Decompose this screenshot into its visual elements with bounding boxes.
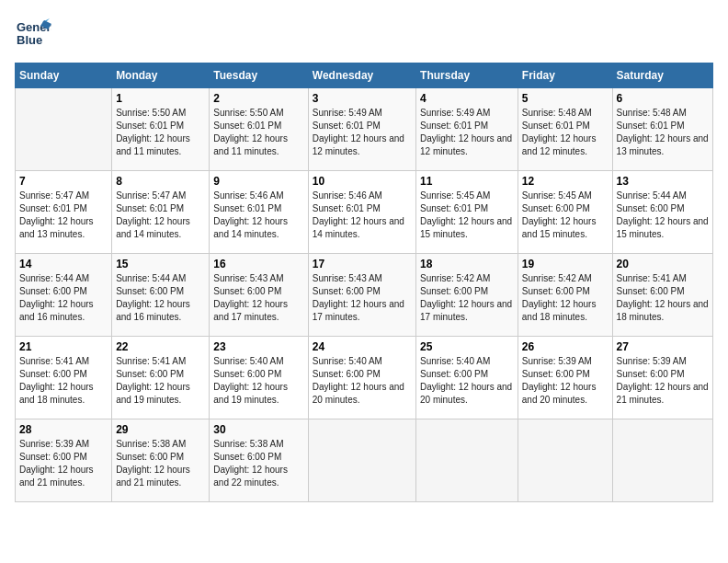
day-info: Sunrise: 5:39 AMSunset: 6:00 PMDaylight:… xyxy=(617,355,709,407)
day-number: 30 xyxy=(213,423,303,436)
day-number: 27 xyxy=(617,340,709,353)
day-info: Sunrise: 5:40 AMSunset: 6:00 PMDaylight:… xyxy=(213,355,303,407)
weekday-header-row: SundayMondayTuesdayWednesdayThursdayFrid… xyxy=(16,63,713,88)
calendar-cell: 16Sunrise: 5:43 AMSunset: 6:00 PMDayligh… xyxy=(210,254,308,337)
calendar-cell xyxy=(518,419,612,502)
calendar-cell: 10Sunrise: 5:46 AMSunset: 6:01 PMDayligh… xyxy=(308,171,415,254)
calendar-cell: 23Sunrise: 5:40 AMSunset: 6:00 PMDayligh… xyxy=(210,337,308,419)
day-number: 22 xyxy=(116,340,205,353)
day-info: Sunrise: 5:44 AMSunset: 6:00 PMDaylight:… xyxy=(617,190,709,241)
day-info: Sunrise: 5:46 AMSunset: 6:01 PMDaylight:… xyxy=(213,190,303,241)
day-info: Sunrise: 5:44 AMSunset: 6:00 PMDaylight:… xyxy=(116,272,205,324)
day-info: Sunrise: 5:45 AMSunset: 6:00 PMDaylight:… xyxy=(522,190,609,241)
day-number: 26 xyxy=(522,340,609,353)
day-info: Sunrise: 5:45 AMSunset: 6:01 PMDaylight:… xyxy=(420,190,514,241)
calendar-cell: 8Sunrise: 5:47 AMSunset: 6:01 PMDaylight… xyxy=(112,171,210,254)
day-number: 24 xyxy=(313,340,412,353)
calendar-cell xyxy=(16,88,112,171)
calendar-cell: 24Sunrise: 5:40 AMSunset: 6:00 PMDayligh… xyxy=(308,337,415,419)
weekday-header: Wednesday xyxy=(308,63,415,88)
day-info: Sunrise: 5:46 AMSunset: 6:01 PMDaylight:… xyxy=(313,190,412,241)
calendar-cell: 19Sunrise: 5:42 AMSunset: 6:00 PMDayligh… xyxy=(518,254,612,337)
day-number: 1 xyxy=(116,92,205,105)
calendar-cell: 12Sunrise: 5:45 AMSunset: 6:00 PMDayligh… xyxy=(518,171,612,254)
day-info: Sunrise: 5:38 AMSunset: 6:00 PMDaylight:… xyxy=(213,438,303,489)
weekday-header: Tuesday xyxy=(210,63,308,88)
page-header: General Blue xyxy=(15,15,713,55)
day-info: Sunrise: 5:41 AMSunset: 6:00 PMDaylight:… xyxy=(116,355,205,407)
day-info: Sunrise: 5:47 AMSunset: 6:01 PMDaylight:… xyxy=(19,190,108,241)
day-number: 28 xyxy=(19,423,108,436)
calendar-cell: 5Sunrise: 5:48 AMSunset: 6:01 PMDaylight… xyxy=(518,88,612,171)
calendar-cell: 21Sunrise: 5:41 AMSunset: 6:00 PMDayligh… xyxy=(16,337,112,419)
calendar-cell: 20Sunrise: 5:41 AMSunset: 6:00 PMDayligh… xyxy=(612,254,712,337)
day-info: Sunrise: 5:47 AMSunset: 6:01 PMDaylight:… xyxy=(116,190,205,241)
day-info: Sunrise: 5:50 AMSunset: 6:01 PMDaylight:… xyxy=(116,107,205,158)
day-number: 4 xyxy=(420,92,514,105)
weekday-header: Friday xyxy=(518,63,612,88)
calendar-cell: 18Sunrise: 5:42 AMSunset: 6:00 PMDayligh… xyxy=(416,254,518,337)
day-number: 6 xyxy=(617,92,709,105)
day-number: 29 xyxy=(116,423,205,436)
day-number: 19 xyxy=(522,258,609,270)
day-info: Sunrise: 5:40 AMSunset: 6:00 PMDaylight:… xyxy=(420,355,514,407)
day-info: Sunrise: 5:49 AMSunset: 6:01 PMDaylight:… xyxy=(420,107,514,158)
day-number: 3 xyxy=(313,92,412,105)
day-info: Sunrise: 5:39 AMSunset: 6:00 PMDaylight:… xyxy=(19,438,108,489)
calendar-week-row: 14Sunrise: 5:44 AMSunset: 6:00 PMDayligh… xyxy=(16,254,713,337)
calendar-table: SundayMondayTuesdayWednesdayThursdayFrid… xyxy=(15,63,713,502)
calendar-cell: 13Sunrise: 5:44 AMSunset: 6:00 PMDayligh… xyxy=(612,171,712,254)
day-info: Sunrise: 5:38 AMSunset: 6:00 PMDaylight:… xyxy=(116,438,205,489)
calendar-cell: 9Sunrise: 5:46 AMSunset: 6:01 PMDaylight… xyxy=(210,171,308,254)
day-info: Sunrise: 5:44 AMSunset: 6:00 PMDaylight:… xyxy=(19,272,108,324)
weekday-header: Saturday xyxy=(612,63,712,88)
calendar-week-row: 28Sunrise: 5:39 AMSunset: 6:00 PMDayligh… xyxy=(16,419,713,502)
day-number: 10 xyxy=(313,175,412,188)
calendar-cell: 30Sunrise: 5:38 AMSunset: 6:00 PMDayligh… xyxy=(210,419,308,502)
calendar-cell: 26Sunrise: 5:39 AMSunset: 6:00 PMDayligh… xyxy=(518,337,612,419)
calendar-week-row: 21Sunrise: 5:41 AMSunset: 6:00 PMDayligh… xyxy=(16,337,713,419)
day-info: Sunrise: 5:42 AMSunset: 6:00 PMDaylight:… xyxy=(522,272,609,324)
calendar-cell: 15Sunrise: 5:44 AMSunset: 6:00 PMDayligh… xyxy=(112,254,210,337)
day-info: Sunrise: 5:41 AMSunset: 6:00 PMDaylight:… xyxy=(617,272,709,324)
day-number: 17 xyxy=(313,258,412,270)
day-info: Sunrise: 5:42 AMSunset: 6:00 PMDaylight:… xyxy=(420,272,514,324)
calendar-week-row: 1Sunrise: 5:50 AMSunset: 6:01 PMDaylight… xyxy=(16,88,713,171)
calendar-cell: 14Sunrise: 5:44 AMSunset: 6:00 PMDayligh… xyxy=(16,254,112,337)
day-number: 21 xyxy=(19,340,108,353)
calendar-cell xyxy=(308,419,415,502)
day-number: 2 xyxy=(213,92,303,105)
day-info: Sunrise: 5:40 AMSunset: 6:00 PMDaylight:… xyxy=(313,355,412,407)
calendar-cell: 22Sunrise: 5:41 AMSunset: 6:00 PMDayligh… xyxy=(112,337,210,419)
svg-text:Blue: Blue xyxy=(17,33,42,47)
day-info: Sunrise: 5:48 AMSunset: 6:01 PMDaylight:… xyxy=(617,107,709,158)
day-info: Sunrise: 5:41 AMSunset: 6:00 PMDaylight:… xyxy=(19,355,108,407)
day-info: Sunrise: 5:43 AMSunset: 6:00 PMDaylight:… xyxy=(313,272,412,324)
day-number: 5 xyxy=(522,92,609,105)
calendar-cell: 11Sunrise: 5:45 AMSunset: 6:01 PMDayligh… xyxy=(416,171,518,254)
logo: General Blue xyxy=(15,15,51,55)
calendar-cell: 3Sunrise: 5:49 AMSunset: 6:01 PMDaylight… xyxy=(308,88,415,171)
day-number: 25 xyxy=(420,340,514,353)
calendar-cell: 27Sunrise: 5:39 AMSunset: 6:00 PMDayligh… xyxy=(612,337,712,419)
calendar-cell: 29Sunrise: 5:38 AMSunset: 6:00 PMDayligh… xyxy=(112,419,210,502)
calendar-cell: 7Sunrise: 5:47 AMSunset: 6:01 PMDaylight… xyxy=(16,171,112,254)
day-number: 12 xyxy=(522,175,609,188)
weekday-header: Monday xyxy=(112,63,210,88)
calendar-cell xyxy=(612,419,712,502)
logo-icon: General Blue xyxy=(15,15,51,52)
calendar-week-row: 7Sunrise: 5:47 AMSunset: 6:01 PMDaylight… xyxy=(16,171,713,254)
day-number: 7 xyxy=(19,175,108,188)
calendar-cell: 25Sunrise: 5:40 AMSunset: 6:00 PMDayligh… xyxy=(416,337,518,419)
day-number: 23 xyxy=(213,340,303,353)
calendar-cell: 17Sunrise: 5:43 AMSunset: 6:00 PMDayligh… xyxy=(308,254,415,337)
calendar-cell xyxy=(416,419,518,502)
weekday-header: Sunday xyxy=(16,63,112,88)
day-number: 9 xyxy=(213,175,303,188)
calendar-cell: 1Sunrise: 5:50 AMSunset: 6:01 PMDaylight… xyxy=(112,88,210,171)
day-number: 11 xyxy=(420,175,514,188)
day-info: Sunrise: 5:50 AMSunset: 6:01 PMDaylight:… xyxy=(213,107,303,158)
day-info: Sunrise: 5:39 AMSunset: 6:00 PMDaylight:… xyxy=(522,355,609,407)
day-number: 18 xyxy=(420,258,514,270)
calendar-cell: 28Sunrise: 5:39 AMSunset: 6:00 PMDayligh… xyxy=(16,419,112,502)
